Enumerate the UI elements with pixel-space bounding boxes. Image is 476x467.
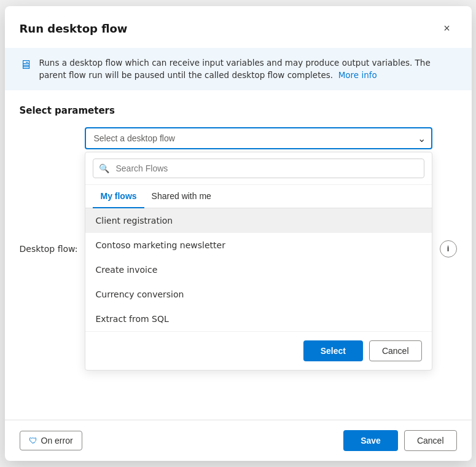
footer-cancel-button[interactable]: Cancel: [404, 430, 457, 451]
desktop-flow-dropdown-wrapper: Select a desktop flow ⌄ 🔍 My flows Shar: [85, 127, 432, 371]
desktop-flow-select[interactable]: Select a desktop flow: [85, 127, 432, 149]
tab-shared-with-me[interactable]: Shared with me: [144, 185, 219, 208]
flow-item-2[interactable]: Contoso marketing newsletter: [85, 233, 431, 257]
tabs-row: My flows Shared with me: [85, 185, 431, 208]
field-label: Desktop flow:: [20, 244, 78, 254]
dialog-footer: 🛡 On error Save Cancel: [5, 420, 472, 461]
flows-list: Client registration Contoso marketing ne…: [85, 208, 431, 331]
flow-item-3[interactable]: Create invoice: [85, 257, 431, 282]
shield-icon: 🛡: [29, 436, 37, 445]
more-info-link[interactable]: More info: [338, 70, 377, 80]
flow-item-1[interactable]: Client registration: [85, 208, 431, 233]
dropdown-panel: 🔍 My flows Shared with me Client registr…: [85, 152, 432, 371]
search-box-wrapper: 🔍: [85, 152, 431, 185]
flow-item-5[interactable]: Extract from SQL: [85, 307, 431, 331]
section-title: Select parameters: [20, 105, 457, 116]
dialog-header: Run desktop flow ×: [5, 6, 472, 48]
dialog-title: Run desktop flow: [20, 22, 128, 35]
info-banner-text: Runs a desktop flow which can receive in…: [39, 57, 457, 82]
select-button[interactable]: Select: [303, 340, 363, 361]
tab-my-flows[interactable]: My flows: [93, 185, 144, 208]
run-desktop-flow-dialog: Run desktop flow × 🖥 Runs a desktop flow…: [5, 6, 472, 461]
dropdown-actions: Select Cancel: [85, 331, 431, 370]
monitor-icon: 🖥: [20, 57, 32, 72]
close-button[interactable]: ×: [437, 18, 457, 38]
info-banner: 🖥 Runs a desktop flow which can receive …: [5, 48, 472, 90]
info-circle-button[interactable]: i: [440, 240, 457, 257]
field-row: Desktop flow: Select a desktop flow ⌄ 🔍: [20, 127, 457, 371]
on-error-button[interactable]: 🛡 On error: [20, 431, 82, 450]
footer-right: Save Cancel: [343, 430, 456, 451]
search-icon: 🔍: [99, 163, 109, 173]
dropdown-cancel-button[interactable]: Cancel: [369, 340, 422, 361]
save-button[interactable]: Save: [343, 430, 398, 451]
search-input[interactable]: [93, 159, 424, 178]
search-icon-wrap: 🔍: [93, 159, 424, 178]
dialog-body: Select parameters Desktop flow: Select a…: [5, 90, 472, 420]
flow-item-4[interactable]: Currency conversion: [85, 282, 431, 307]
